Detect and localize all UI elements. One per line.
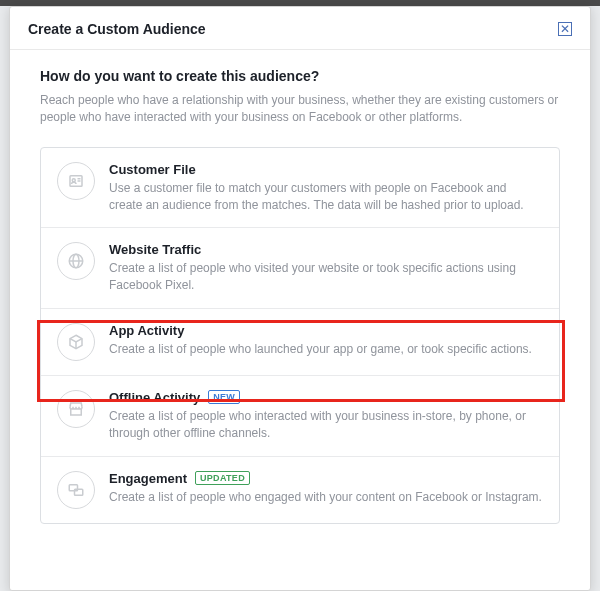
option-title-row: Customer File	[109, 162, 543, 177]
question-subtext: Reach people who have a relationship wit…	[40, 92, 560, 127]
svg-point-1	[72, 179, 75, 182]
option-desc: Create a list of people who engaged with…	[109, 489, 543, 506]
dialog-title: Create a Custom Audience	[28, 21, 206, 37]
engagement-icon	[57, 471, 95, 509]
option-customer-file[interactable]: Customer File Use a customer file to mat…	[41, 148, 559, 229]
close-button[interactable]: ✕	[558, 22, 572, 36]
option-title: Engagement	[109, 471, 187, 486]
store-icon	[57, 390, 95, 428]
option-body: App Activity Create a list of people who…	[109, 323, 543, 358]
option-title: Offline Activity	[109, 390, 200, 405]
option-engagement[interactable]: Engagement UPDATED Create a list of peop…	[41, 457, 559, 523]
option-title-row: Engagement UPDATED	[109, 471, 543, 486]
option-title: Website Traffic	[109, 242, 201, 257]
option-offline-activity[interactable]: Offline Activity NEW Create a list of pe…	[41, 376, 559, 457]
globe-icon	[57, 242, 95, 280]
option-body: Engagement UPDATED Create a list of peop…	[109, 471, 543, 506]
question-heading: How do you want to create this audience?	[40, 68, 560, 84]
option-desc: Create a list of people who launched you…	[109, 341, 543, 358]
new-badge: NEW	[208, 390, 240, 404]
create-custom-audience-dialog: Create a Custom Audience ✕ How do you wa…	[9, 6, 591, 591]
option-title: Customer File	[109, 162, 196, 177]
option-body: Offline Activity NEW Create a list of pe…	[109, 390, 543, 442]
cube-icon	[57, 323, 95, 361]
dialog-header: Create a Custom Audience ✕	[10, 7, 590, 50]
dialog-body: How do you want to create this audience?…	[10, 50, 590, 544]
option-title-row: Offline Activity NEW	[109, 390, 543, 405]
option-title-row: App Activity	[109, 323, 543, 338]
option-website-traffic[interactable]: Website Traffic Create a list of people …	[41, 228, 559, 309]
option-body: Website Traffic Create a list of people …	[109, 242, 543, 294]
updated-badge: UPDATED	[195, 471, 250, 485]
option-app-activity[interactable]: App Activity Create a list of people who…	[41, 309, 559, 376]
customer-file-icon	[57, 162, 95, 200]
option-title-row: Website Traffic	[109, 242, 543, 257]
option-desc: Create a list of people who interacted w…	[109, 408, 543, 442]
option-desc: Use a customer file to match your custom…	[109, 180, 543, 214]
option-body: Customer File Use a customer file to mat…	[109, 162, 543, 214]
audience-option-list: Customer File Use a customer file to mat…	[40, 147, 560, 524]
close-icon: ✕	[560, 23, 570, 35]
option-desc: Create a list of people who visited your…	[109, 260, 543, 294]
option-title: App Activity	[109, 323, 184, 338]
